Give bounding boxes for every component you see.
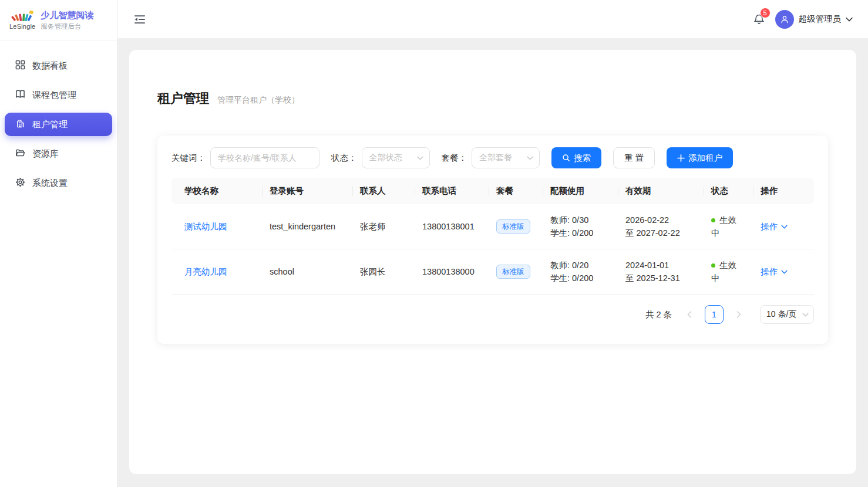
- plan-label: 套餐：: [442, 153, 467, 164]
- col-login-account: 登录账号: [263, 178, 353, 204]
- chevron-down-icon: [846, 17, 853, 22]
- status-dot: [711, 218, 715, 222]
- table-row: 月亮幼儿园 school 张园长 13800138000 标准版 教师: 0/2…: [171, 249, 814, 295]
- search-button[interactable]: 搜索: [551, 147, 601, 168]
- user-menu[interactable]: 超级管理员: [775, 10, 853, 29]
- quota-cell: 教师: 0/30 学生: 0/200: [543, 204, 618, 249]
- keyword-input[interactable]: [210, 147, 319, 168]
- chevron-down-icon: [802, 313, 809, 317]
- status-label: 状态：: [331, 153, 357, 164]
- plus-icon: [677, 154, 685, 162]
- col-validity: 有效期: [618, 178, 704, 204]
- col-phone: 联系电话: [415, 178, 489, 204]
- quota-cell: 教师: 0/20 学生: 0/200: [543, 249, 618, 295]
- plan-select[interactable]: 全部套餐: [472, 147, 540, 168]
- tenant-panel: 关键词： 状态： 全部状态 套餐： 全部套餐: [157, 136, 828, 344]
- page-card: 租户管理 管理平台租户（学校） 关键词： 状态： 全部状态 套餐：: [129, 50, 856, 474]
- chevron-right-icon: [736, 311, 741, 318]
- contact-phone: 13800138000: [415, 249, 489, 295]
- chevron-left-icon: [687, 311, 692, 318]
- sidebar-menu: 数据看板 课程包管理 租户管理: [0, 41, 117, 214]
- dashboard-icon: [15, 60, 25, 72]
- chevron-down-icon: [527, 156, 533, 160]
- sidebar-item-dashboard[interactable]: 数据看板: [5, 54, 112, 77]
- notification-bell-button[interactable]: 5: [752, 12, 767, 27]
- page-number-button[interactable]: 1: [705, 305, 724, 324]
- page-title: 租户管理: [157, 90, 209, 107]
- chevron-down-icon: [781, 225, 788, 229]
- col-contact: 联系人: [353, 178, 415, 204]
- validity-cell: 2024-01-01 至 2025-12-31: [618, 249, 704, 295]
- table-row: 测试幼儿园 test_kindergarten 张老师 13800138001 …: [171, 204, 814, 249]
- plan-tag: 标准版: [496, 265, 530, 279]
- sidebar-item-course-packages[interactable]: 课程包管理: [5, 83, 112, 107]
- sidebar-item-settings[interactable]: 系统设置: [5, 171, 112, 195]
- login-account: test_kindergarten: [263, 204, 353, 249]
- chevron-down-icon: [781, 270, 788, 274]
- prev-page-button[interactable]: [681, 306, 698, 323]
- user-icon: [779, 14, 790, 25]
- page-size-select[interactable]: 10 条/页: [760, 305, 814, 324]
- brand-logo-text: LeSingle: [9, 23, 35, 30]
- next-page-button[interactable]: [731, 306, 747, 323]
- sidebar-item-label: 资源库: [32, 148, 59, 160]
- contact-phone: 13800138001: [415, 204, 489, 249]
- contact-name: 张老师: [353, 204, 415, 249]
- sidebar-item-label: 数据看板: [32, 60, 68, 72]
- book-icon: [15, 89, 25, 101]
- pagination: 共 2 条 1 10 条/页: [171, 305, 814, 324]
- reset-button[interactable]: 重 置: [613, 147, 655, 168]
- validity-cell: 2026-02-22 至 2027-02-22: [618, 204, 704, 249]
- brand-subtitle: 服务管理后台: [41, 22, 93, 31]
- sidebar-item-resources[interactable]: 资源库: [5, 142, 112, 165]
- col-school-name: 学校名称: [171, 178, 263, 204]
- sidebar: LeSingle 少儿智慧阅读 服务管理后台 数据看板: [0, 0, 117, 487]
- main-content: 租户管理 管理平台租户（学校） 关键词： 状态： 全部状态 套餐：: [117, 39, 868, 487]
- brand-area: LeSingle 少儿智慧阅读 服务管理后台: [0, 0, 117, 41]
- folder-icon: [15, 148, 25, 160]
- table-header-row: 学校名称 登录账号 联系人 联系电话 套餐 配额使用 有效期 状态 操作: [171, 178, 814, 204]
- col-actions: 操作: [753, 178, 814, 204]
- notification-count-badge: 5: [760, 8, 771, 18]
- search-icon: [562, 154, 570, 162]
- row-actions-dropdown[interactable]: 操作: [761, 265, 788, 278]
- col-status: 状态: [704, 178, 753, 204]
- sidebar-item-label: 租户管理: [32, 119, 68, 130]
- status-cell: 生效中: [704, 204, 753, 249]
- sidebar-item-label: 系统设置: [32, 178, 68, 189]
- status-cell: 生效中: [704, 249, 753, 295]
- avatar: [775, 10, 794, 29]
- plan-tag: 标准版: [496, 219, 530, 234]
- school-name-link[interactable]: 月亮幼儿园: [184, 267, 227, 276]
- topbar: 5 超级管理员: [117, 0, 868, 39]
- col-quota: 配额使用: [543, 178, 618, 204]
- brand-title: 少儿智慧阅读: [41, 10, 93, 21]
- status-select[interactable]: 全部状态: [362, 147, 430, 168]
- login-account: school: [263, 249, 353, 295]
- add-tenant-button[interactable]: 添加租户: [667, 147, 733, 168]
- gear-icon: [15, 177, 25, 189]
- lesingle-logo-icon: LeSingle: [9, 11, 35, 30]
- building-icon: [15, 119, 25, 130]
- page-subtitle: 管理平台租户（学校）: [217, 95, 300, 106]
- sidebar-item-label: 课程包管理: [32, 90, 76, 101]
- chevron-down-icon: [417, 156, 423, 160]
- user-name: 超级管理员: [799, 13, 842, 25]
- filter-bar: 关键词： 状态： 全部状态 套餐： 全部套餐: [171, 147, 814, 168]
- pagination-total: 共 2 条: [645, 309, 672, 320]
- status-dot: [711, 263, 715, 268]
- row-actions-dropdown[interactable]: 操作: [761, 220, 788, 233]
- col-plan: 套餐: [489, 178, 543, 204]
- keyword-label: 关键词：: [171, 153, 206, 164]
- sidebar-collapse-button[interactable]: [133, 12, 147, 26]
- contact-name: 张园长: [353, 249, 415, 295]
- school-name-link[interactable]: 测试幼儿园: [184, 222, 227, 231]
- tenant-table: 学校名称 登录账号 联系人 联系电话 套餐 配额使用 有效期 状态 操作 测试幼…: [171, 178, 814, 295]
- sidebar-item-tenants[interactable]: 租户管理: [5, 113, 112, 136]
